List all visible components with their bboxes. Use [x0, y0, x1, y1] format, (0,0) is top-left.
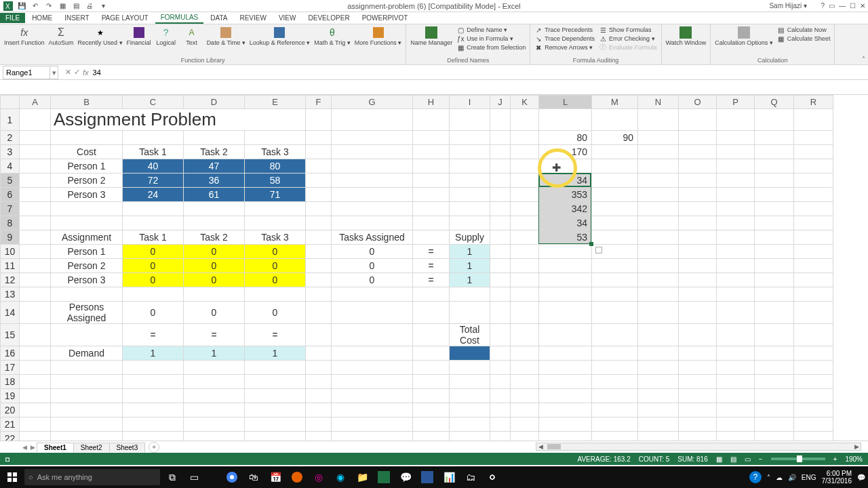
cell[interactable]: [638, 145, 679, 159]
cell[interactable]: 0: [245, 259, 306, 273]
more-functions-button[interactable]: More Functions ▾: [355, 26, 402, 46]
cell[interactable]: [20, 361, 51, 375]
tab-insert[interactable]: INSERT: [59, 13, 95, 23]
cell[interactable]: 34: [539, 174, 592, 188]
cell[interactable]: [794, 174, 833, 188]
lang-indicator[interactable]: ENG: [802, 474, 816, 481]
cell[interactable]: [638, 324, 679, 346]
cell[interactable]: Person 3: [51, 273, 123, 287]
cell[interactable]: [794, 418, 833, 432]
cell[interactable]: [306, 432, 332, 441]
cell[interactable]: [413, 188, 450, 202]
volume-icon[interactable]: 🔊: [788, 474, 796, 481]
cell[interactable]: [490, 389, 511, 403]
cell[interactable]: [511, 324, 539, 346]
cell[interactable]: [717, 109, 755, 131]
cell[interactable]: [332, 432, 413, 441]
cell[interactable]: [511, 346, 539, 361]
cell[interactable]: [794, 361, 833, 375]
cell[interactable]: [638, 302, 679, 324]
cell[interactable]: 1: [450, 245, 490, 259]
cell[interactable]: [717, 273, 755, 287]
cell[interactable]: [717, 403, 755, 418]
autosum-button[interactable]: ΣAutoSum: [49, 26, 74, 46]
cell[interactable]: [755, 202, 794, 216]
cell[interactable]: [245, 403, 306, 418]
cell[interactable]: Task 2: [184, 230, 245, 245]
cell[interactable]: [511, 245, 539, 259]
name-box-dropdown-icon[interactable]: ▾: [50, 66, 58, 79]
cell[interactable]: [638, 216, 679, 230]
cell[interactable]: [490, 273, 511, 287]
cell[interactable]: [490, 346, 511, 361]
cell[interactable]: Task 3: [245, 230, 306, 245]
math-trig-button[interactable]: θMath & Trig ▾: [314, 26, 351, 46]
row-header[interactable]: 20: [1, 403, 20, 418]
row-header[interactable]: 6: [1, 188, 20, 202]
cell[interactable]: [592, 361, 638, 375]
column-header[interactable]: F: [306, 96, 332, 109]
column-header[interactable]: E: [245, 96, 306, 109]
show-formulas-button[interactable]: ☰Show Formulas: [599, 26, 657, 34]
cell[interactable]: [332, 109, 413, 131]
cell[interactable]: [490, 159, 511, 174]
row-header[interactable]: 17: [1, 361, 20, 375]
cell[interactable]: [755, 389, 794, 403]
cell[interactable]: [490, 145, 511, 159]
cell[interactable]: [413, 389, 450, 403]
cell[interactable]: [755, 432, 794, 441]
collapse-ribbon-icon[interactable]: ˄: [862, 56, 865, 63]
cell[interactable]: [51, 361, 123, 375]
cell[interactable]: [679, 159, 717, 174]
tab-data[interactable]: DATA: [205, 13, 233, 23]
cell[interactable]: [794, 273, 833, 287]
zoom-in-icon[interactable]: +: [833, 455, 837, 463]
cell[interactable]: [638, 418, 679, 432]
cell[interactable]: [184, 403, 245, 418]
cell[interactable]: [332, 174, 413, 188]
cell[interactable]: [638, 403, 679, 418]
cell[interactable]: [306, 403, 332, 418]
app-icon[interactable]: 🗂: [461, 468, 480, 487]
cell[interactable]: [794, 245, 833, 259]
cell[interactable]: [306, 302, 332, 324]
cell[interactable]: [539, 403, 592, 418]
row-header[interactable]: 8: [1, 216, 20, 230]
cell[interactable]: [332, 145, 413, 159]
sheet-nav-left-icon[interactable]: ◀: [20, 444, 28, 451]
cell[interactable]: [20, 109, 51, 131]
tab-page-layout[interactable]: PAGE LAYOUT: [96, 13, 154, 23]
cell[interactable]: [794, 216, 833, 230]
cell[interactable]: 34: [539, 216, 592, 230]
cell[interactable]: 353: [539, 188, 592, 202]
cell[interactable]: [490, 418, 511, 432]
cell[interactable]: [450, 174, 490, 188]
cell[interactable]: [592, 109, 638, 131]
app-icon[interactable]: ⭘: [483, 468, 502, 487]
cell[interactable]: [123, 131, 184, 145]
cell[interactable]: [755, 287, 794, 302]
cell[interactable]: [306, 324, 332, 346]
cell[interactable]: [794, 145, 833, 159]
cell[interactable]: [794, 131, 833, 145]
cell[interactable]: 40: [123, 159, 184, 174]
cell[interactable]: [638, 245, 679, 259]
cell[interactable]: [51, 418, 123, 432]
cell[interactable]: [755, 159, 794, 174]
file-explorer-icon[interactable]: 📁: [353, 468, 372, 487]
save-icon[interactable]: 💾: [16, 1, 27, 12]
cell[interactable]: [490, 302, 511, 324]
row-header[interactable]: 7: [1, 202, 20, 216]
cell[interactable]: [413, 432, 450, 441]
cell[interactable]: 80: [245, 159, 306, 174]
row-header[interactable]: 21: [1, 418, 20, 432]
cell[interactable]: [123, 216, 184, 230]
cell[interactable]: 90: [592, 131, 638, 145]
cell[interactable]: [332, 287, 413, 302]
cell[interactable]: 0: [184, 273, 245, 287]
cell[interactable]: 0: [184, 259, 245, 273]
cell[interactable]: [717, 202, 755, 216]
cell[interactable]: [306, 131, 332, 145]
cell[interactable]: [332, 324, 413, 346]
cell[interactable]: [717, 389, 755, 403]
